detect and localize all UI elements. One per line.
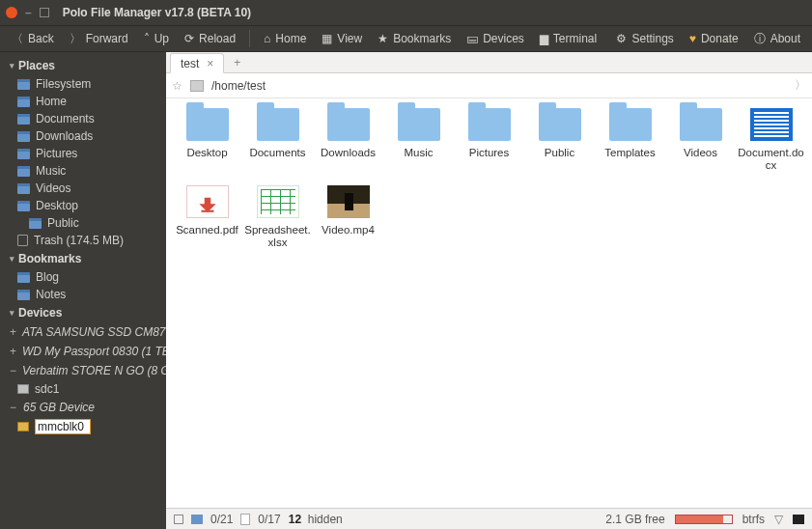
sidebar-device-item[interactable]: +ATA SAMSUNG SSD CM87 (… (0, 322, 166, 342)
window-maximize-icon[interactable] (40, 8, 49, 17)
folder-icon (17, 183, 30, 194)
tab-bar: test × + (166, 52, 812, 73)
path-go-icon[interactable]: 〉 (795, 77, 806, 94)
folder-icon (609, 108, 652, 141)
filter-icon[interactable]: ▽ (774, 513, 783, 526)
star-icon: ★ (378, 32, 388, 45)
back-label: Back (28, 32, 54, 45)
content-pane: test × + ☆ /home/test 〉 DesktopDocuments… (166, 52, 812, 529)
window-minimize-icon[interactable]: – (25, 6, 32, 19)
places-header[interactable]: ▾ Places (0, 56, 166, 75)
file-item[interactable]: Scanned.pdf (172, 185, 242, 249)
view-label: View (337, 32, 362, 45)
file-item[interactable]: Videos (665, 108, 736, 172)
sidebar-place-item[interactable]: Documents (0, 110, 166, 127)
reload-button[interactable]: ⟳ Reload (177, 29, 243, 48)
devices-header[interactable]: ▾ Devices (0, 303, 166, 322)
file-item[interactable]: Spreadsheet.xlsx (242, 185, 313, 249)
sidebar-item-label: Blog (36, 270, 59, 284)
expand-icon[interactable]: − (10, 364, 16, 377)
file-label: Music (383, 147, 454, 159)
file-label: Scanned.pdf (172, 224, 242, 237)
file-grid[interactable]: DesktopDocumentsDownloadsMusicPicturesPu… (166, 98, 812, 508)
file-item[interactable]: Video.mp4 (313, 185, 383, 249)
tab-add-button[interactable]: + (224, 52, 250, 72)
donate-icon: ♥ (689, 32, 696, 45)
rename-input[interactable]: mmcblk0 (35, 419, 91, 434)
forward-label: Forward (86, 32, 128, 45)
about-label: About (770, 32, 800, 45)
places-header-label: Places (18, 59, 55, 72)
forward-button[interactable]: 〉 Forward (62, 28, 136, 50)
back-button[interactable]: 〈 Back (4, 28, 62, 50)
devices-button[interactable]: 🖴 Devices (459, 29, 532, 48)
sidebar-bookmark-item[interactable]: Blog (0, 268, 166, 286)
sidebar-place-item[interactable]: Downloads (0, 127, 166, 145)
file-item[interactable]: Pictures (454, 108, 524, 172)
sidebar-item-label: ATA SAMSUNG SSD CM87 (… (22, 325, 166, 339)
disk-icon[interactable] (190, 80, 204, 92)
file-item[interactable]: Downloads (313, 108, 383, 172)
file-item[interactable]: Document.docx (736, 108, 806, 172)
sidebar-place-item[interactable]: Public (0, 214, 166, 232)
sidebar-place-item[interactable]: Trash (174.5 MB) (0, 232, 166, 249)
tab-close-icon[interactable]: × (207, 57, 213, 70)
sidebar-place-item[interactable]: Videos (0, 180, 166, 197)
terminal-toggle-icon[interactable] (793, 515, 804, 524)
path-text[interactable]: /home/test (211, 79, 787, 93)
file-label: Templates (595, 147, 665, 159)
terminal-button[interactable]: ▆ Terminal (532, 29, 604, 48)
dualpane-toggle-icon[interactable] (174, 515, 183, 524)
bookmark-star-icon[interactable]: ☆ (172, 79, 182, 93)
up-button[interactable]: ˄ Up (136, 29, 177, 48)
file-item[interactable]: Public (524, 108, 595, 172)
sidebar-device-partition[interactable]: sdc1 (0, 380, 166, 398)
view-icon: ▦ (322, 32, 332, 45)
reload-icon: ⟳ (184, 32, 194, 45)
settings-button[interactable]: ⚙ Settings (608, 29, 681, 48)
up-label: Up (154, 32, 169, 45)
file-item[interactable]: Documents (242, 108, 313, 172)
sidebar-item-label: Desktop (36, 199, 78, 212)
disk-icon (17, 422, 29, 432)
sidebar-device-item[interactable]: −65 GB Device (0, 398, 166, 417)
view-button[interactable]: ▦ View (314, 29, 370, 48)
back-icon: 〈 (12, 31, 23, 47)
folder-icon (17, 166, 30, 177)
sidebar-item-label: Filesystem (36, 77, 91, 91)
donate-button[interactable]: ♥ Donate (682, 29, 746, 48)
expand-icon[interactable]: + (10, 345, 16, 358)
folder-icon (17, 114, 30, 125)
file-item[interactable]: Music (383, 108, 454, 172)
expand-icon[interactable]: − (10, 401, 17, 414)
filesystem-type: btrfs (742, 513, 765, 526)
file-item[interactable]: Desktop (172, 108, 242, 172)
file-label: Desktop (172, 147, 242, 159)
sidebar-place-item[interactable]: Pictures (0, 145, 166, 162)
sidebar-bookmark-item[interactable]: Notes (0, 286, 166, 303)
status-bar: 0/21 0/17 12 hidden 2.1 GB free btrfs ▽ (166, 508, 812, 529)
home-button[interactable]: ⌂ Home (256, 29, 314, 48)
sidebar-device-partition[interactable]: mmcblk0 (0, 417, 166, 436)
sidebar-item-label: sdc1 (35, 382, 59, 396)
tab-test[interactable]: test × (170, 53, 224, 73)
bookmarks-header[interactable]: ▾ Bookmarks (0, 249, 166, 268)
devices-label: Devices (483, 32, 524, 45)
sidebar-place-item[interactable]: Filesystem (0, 75, 166, 93)
sidebar-place-item[interactable]: Music (0, 162, 166, 180)
file-label: Video.mp4 (313, 224, 383, 237)
bookmarks-button[interactable]: ★ Bookmarks (370, 29, 459, 48)
sidebar-item-label: WD My Passport 0830 (1 TB) (22, 345, 166, 358)
file-count: 0/17 (258, 513, 280, 526)
sidebar-device-item[interactable]: +WD My Passport 0830 (1 TB) (0, 342, 166, 361)
window-close-icon[interactable] (6, 7, 17, 18)
file-item[interactable]: Templates (595, 108, 665, 172)
toolbar-separator (249, 30, 250, 47)
trash-icon (17, 235, 28, 246)
expand-icon[interactable]: + (10, 325, 16, 339)
sidebar-place-item[interactable]: Home (0, 93, 166, 110)
sidebar-device-item[interactable]: −Verbatim STORE N GO (8 GB) (0, 361, 166, 380)
visible-count: 12 (289, 513, 301, 526)
sidebar-place-item[interactable]: Desktop (0, 197, 166, 214)
about-button[interactable]: ⓘ About (746, 28, 808, 50)
